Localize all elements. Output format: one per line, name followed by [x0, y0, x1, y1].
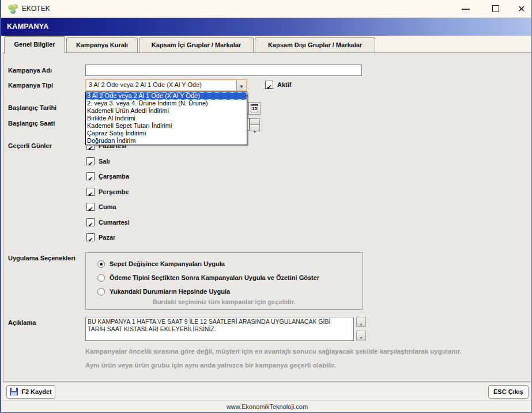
exit-button-label: ESC Çıkış	[493, 388, 523, 395]
page-title: KAMPANYA	[7, 22, 49, 31]
app-window: EKOTEK ✕ KAMPANYA Genel Bilgiler Kampany…	[0, 0, 532, 413]
window-title: EKOTEK	[22, 5, 50, 13]
radio-label: Sepet Değişince Kampanyaları Uygula	[110, 260, 225, 267]
chevron-up-icon: ▲	[359, 322, 363, 326]
minimize-button[interactable]	[454, 0, 477, 17]
chevron-down-icon: ▼	[239, 84, 244, 89]
maximize-button[interactable]	[484, 0, 507, 17]
minimize-icon	[462, 9, 470, 10]
label-aciklama: Açıklama	[8, 319, 36, 326]
app-logo-icon	[8, 4, 18, 14]
check-icon: ✔	[88, 221, 93, 228]
day-label: Çarşamba	[99, 173, 129, 180]
day-label: Perşembe	[99, 188, 129, 195]
textarea-scroll-down-button[interactable]: ▼	[356, 331, 366, 340]
save-button[interactable]: F2 Kaydet	[6, 385, 55, 399]
label-baslangic-saati: Başlangıç Saati	[8, 120, 55, 127]
radio-odeme-tipini[interactable]	[97, 274, 105, 282]
form-header-band: KAMPANYA	[1, 18, 531, 36]
info-note: Aynı ürün veya ürün grubu için aynı anda…	[85, 362, 336, 369]
close-button[interactable]: ✕	[511, 0, 532, 17]
tab-page-genel-bilgiler: Kampanya Adı Kampanya Tipi 3 Al 2 Öde ve…	[3, 52, 531, 382]
check-icon: ✔	[88, 206, 93, 213]
label-uygulama-secenekleri: Uygulama Seçenekleri	[8, 255, 76, 262]
tab-genel-bilgiler[interactable]: Genel Bilgiler	[4, 36, 65, 54]
uygulama-secenekleri-groupbox: Sepet Değişince Kampanyaları Uygula Ödem…	[85, 252, 363, 310]
check-icon: ✔	[88, 175, 93, 182]
day-label: Salı	[99, 158, 110, 165]
dropdown-option[interactable]: 3 Al 2 Öde veya 2 Al 1 Öde (X Al Y Öde)	[86, 92, 247, 100]
calendar-icon: 15	[251, 104, 258, 112]
radio-yukaridaki[interactable]	[97, 288, 105, 295]
tab-kampanya-kurali[interactable]: Kampanya Kuralı	[66, 37, 138, 53]
kampanya-tipi-combobox[interactable]: 3 Al 2 Öde veya 2 Al 1 Öde (X Al Y Öde) …	[85, 79, 247, 92]
info-note: Kampanyalar öncelik sırasına göre değil,…	[85, 348, 462, 355]
website-text: www.EkonomikTeknoloji.com	[227, 403, 308, 410]
check-icon: ✔	[266, 84, 271, 90]
groupbox-note: Burdaki seçiminiz tüm kampanlar için geç…	[86, 298, 362, 305]
radio-label: Yukarıdaki Durumların Hepsinde Uygula	[110, 288, 230, 295]
dropdown-option[interactable]: Kademeli Sepet Tutarı İndirimi	[86, 122, 247, 130]
label-baslangic-tarihi: Başlangıç Tarihi	[8, 104, 56, 111]
calendar-picker-button[interactable]: 15	[248, 102, 261, 115]
day-checkbox-pazar[interactable]: ✔	[86, 233, 95, 241]
kampanya-tipi-dropdown-list: 3 Al 2 Öde veya 2 Al 1 Öde (X Al Y Öde) …	[85, 92, 247, 145]
check-icon: ✔	[88, 160, 93, 167]
label-kampanya-tipi: Kampanya Tipi	[8, 82, 53, 89]
tab-kapsam-disi[interactable]: Kapsam Dışı Gruplar / Markalar	[255, 37, 375, 53]
floppy-disk-icon	[10, 388, 18, 396]
aktif-checkbox[interactable]: ✔	[265, 81, 273, 89]
button-bar: F2 Kaydet ESC Çıkış	[2, 382, 532, 400]
day-checkbox-cuma[interactable]: ✔	[86, 203, 95, 211]
aktif-label: Aktif	[277, 81, 291, 88]
chevron-down-icon: ▼	[359, 336, 363, 340]
status-bar: www.EkonomikTeknoloji.com	[2, 400, 532, 412]
save-button-label: F2 Kaydet	[21, 388, 52, 395]
label-kampanya-adi: Kampanya Adı	[8, 67, 52, 74]
day-checkbox-sali[interactable]: ✔	[86, 157, 95, 165]
close-icon: ✕	[518, 3, 525, 14]
aciklama-textarea[interactable]: BU KAMPANYA 1 HAFTA VE SAAT 9 İLE 12 SAA…	[85, 317, 354, 341]
chevron-down-icon: ▼	[253, 130, 256, 134]
title-bar: EKOTEK ✕	[1, 0, 531, 18]
textarea-scroll-up-button[interactable]: ▲	[356, 317, 366, 327]
day-label: Pazar	[99, 234, 115, 241]
dropdown-option[interactable]: Birlikte Al İndirimi	[86, 115, 247, 122]
check-icon: ✔	[88, 191, 93, 198]
check-icon: ✔	[88, 236, 93, 243]
combobox-dropdown-button[interactable]: ▼	[236, 80, 246, 90]
radio-dot-icon	[100, 263, 103, 266]
kampanya-adi-input[interactable]	[85, 65, 362, 76]
check-icon: ✔	[88, 145, 93, 151]
dropdown-option[interactable]: Çapraz Satış İndirimi	[86, 130, 247, 137]
exit-button[interactable]: ESC Çıkış	[488, 385, 529, 399]
dropdown-option[interactable]: 2. veya 3. veya 4. Ürüne İndirim (N. Ürü…	[86, 100, 247, 107]
day-label: Cuma	[99, 203, 116, 210]
day-checkbox-persembe[interactable]: ✔	[86, 188, 95, 196]
day-label: Cumartesi	[99, 219, 130, 226]
day-checkbox-carsamba[interactable]: ✔	[86, 172, 95, 180]
dropdown-option[interactable]: Kademeli Ürün Adedi İndirimi	[86, 107, 247, 115]
spinner-down-button[interactable]: ▼	[250, 124, 260, 131]
dropdown-option[interactable]: Doğrudan İndirim	[86, 137, 247, 145]
day-checkbox-cumartesi[interactable]: ✔	[86, 218, 95, 226]
tab-kapsam-ici[interactable]: Kapsam İçi Gruplar / Markalar	[139, 37, 254, 53]
maximize-icon	[492, 5, 499, 12]
time-spinner: ▲ ▼	[250, 118, 260, 132]
radio-sepet-degisince[interactable]	[97, 260, 105, 268]
tab-strip: Genel Bilgiler Kampanya Kuralı Kapsam İç…	[1, 36, 531, 53]
label-gecerli-gunler: Geçerli Günler	[8, 142, 52, 149]
radio-label: Ödeme Tipini Seçtikten Sonra Kampanyalar…	[110, 274, 319, 281]
combobox-value: 3 Al 2 Öde veya 2 Al 1 Öde (X Al Y Öde)	[89, 81, 202, 88]
